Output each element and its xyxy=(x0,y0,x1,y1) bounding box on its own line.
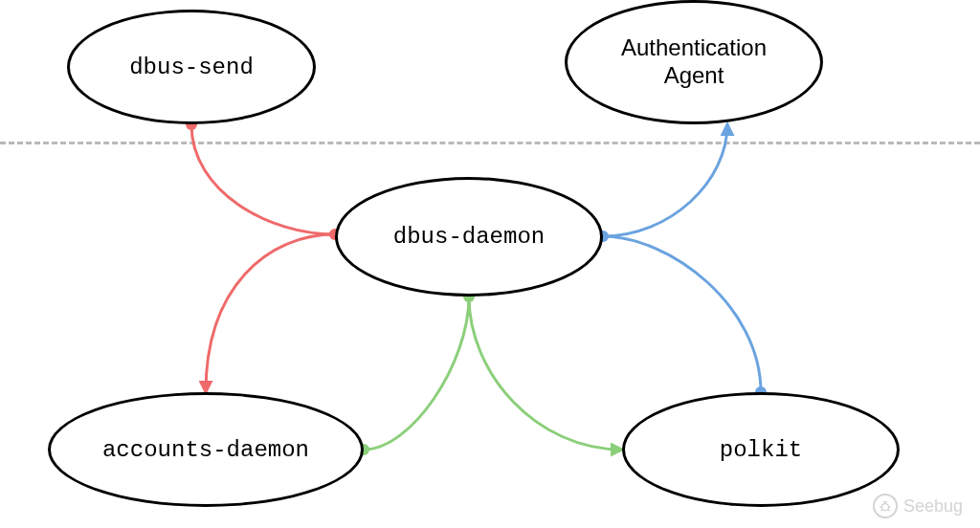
node-label: dbus-daemon xyxy=(393,224,545,250)
node-label: dbus-send xyxy=(129,55,254,80)
node-authentication-agent: Authentication Agent xyxy=(565,0,823,124)
node-dbus-daemon: dbus-daemon xyxy=(335,177,603,297)
separator-line xyxy=(0,142,980,144)
node-polkit: polkit xyxy=(622,392,900,507)
svg-point-0 xyxy=(881,504,888,511)
bug-icon xyxy=(873,494,898,518)
watermark-label: Seebug xyxy=(903,496,963,517)
watermark: Seebug xyxy=(873,494,963,518)
edge-green-right xyxy=(469,297,622,450)
node-label: accounts-daemon xyxy=(102,437,309,463)
node-accounts-daemon: accounts-daemon xyxy=(48,392,364,507)
node-label: polkit xyxy=(720,437,802,463)
edge-red-out xyxy=(206,234,335,392)
edge-blue-in xyxy=(603,236,761,392)
edge-green-left xyxy=(364,297,469,450)
node-dbus-send: dbus-send xyxy=(67,10,316,124)
diagram-container: dbus-send Authentication Agent dbus-daem… xyxy=(0,0,980,528)
node-label: Authentication Agent xyxy=(621,34,767,90)
